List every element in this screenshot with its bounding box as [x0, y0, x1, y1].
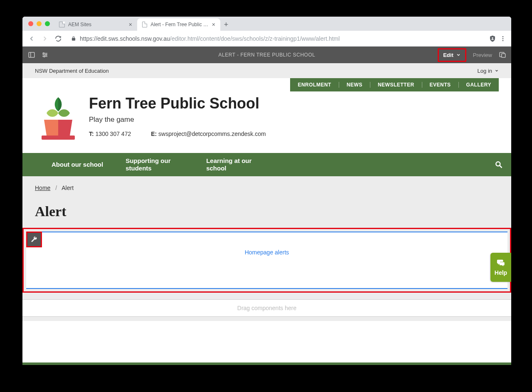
- window-controls: [27, 17, 54, 31]
- svg-marker-16: [58, 120, 72, 136]
- page-title: Alert: [35, 204, 499, 219]
- school-logo: [39, 95, 77, 141]
- department-name: NSW Department of Education: [35, 68, 109, 74]
- chevron-down-icon: [495, 69, 499, 73]
- breadcrumb-home[interactable]: Home: [35, 185, 50, 191]
- utility-nav-item[interactable]: EVENTS: [422, 82, 459, 88]
- aem-page-title: ALERT - FERN TREE PUBLIC SCHOOL: [219, 52, 315, 58]
- url-host: https://edit.sws.schools.nsw.gov.au: [80, 35, 170, 42]
- nav-item[interactable]: About our school: [52, 161, 103, 168]
- svg-rect-4: [29, 52, 34, 57]
- login-label: Log in: [478, 68, 492, 74]
- main-nav: About our school Supporting our students…: [22, 153, 511, 176]
- browser-tab[interactable]: AEM Sites ×: [54, 18, 137, 31]
- annotate-icon[interactable]: [499, 51, 506, 59]
- utility-nav-item[interactable]: GALLERY: [459, 82, 499, 88]
- side-panel-toggle[interactable]: [27, 51, 36, 59]
- back-button[interactable]: [26, 33, 37, 44]
- svg-point-9: [43, 53, 44, 54]
- edit-label: Edit: [443, 52, 453, 58]
- site-header: ENROLMENT NEWS NEWSLETTER EVENTS GALLERY: [22, 78, 511, 153]
- forward-button[interactable]: [39, 33, 51, 44]
- svg-point-17: [496, 162, 500, 166]
- close-tab-button[interactable]: ×: [129, 21, 132, 28]
- url-path: /editor.html/content/doe/sws/schools/z/z…: [170, 35, 340, 42]
- browser-addressbar: https://edit.sws.schools.nsw.gov.au/edit…: [22, 31, 511, 47]
- school-name: Fern Tree Public School: [89, 95, 266, 112]
- content-area: Home / Alert Alert Homepage alerts Drag …: [22, 176, 511, 321]
- nav-item[interactable]: Supporting our students: [126, 157, 184, 172]
- drop-zone[interactable]: Drag components here: [22, 299, 511, 317]
- svg-point-11: [44, 56, 45, 57]
- page-icon: [59, 22, 65, 27]
- school-email: E: swsproject@detcorpcomms.zendesk.com: [151, 131, 266, 137]
- svg-point-0: [492, 37, 493, 38]
- svg-rect-14: [42, 136, 75, 140]
- minimize-window-button[interactable]: [37, 21, 42, 26]
- wrench-icon: [30, 236, 38, 243]
- new-tab-button[interactable]: +: [220, 18, 232, 31]
- page-icon: [142, 22, 147, 27]
- svg-rect-13: [502, 54, 505, 57]
- close-window-button[interactable]: [28, 21, 33, 26]
- chevron-down-icon: [456, 52, 461, 57]
- help-label: Help: [495, 269, 507, 276]
- nav-item[interactable]: Learning at our school: [206, 157, 264, 172]
- help-tab[interactable]: Help: [490, 253, 511, 282]
- preview-button[interactable]: Preview: [473, 52, 492, 58]
- maximize-window-button[interactable]: [45, 21, 50, 26]
- svg-marker-15: [44, 120, 58, 136]
- tab-label: AEM Sites: [68, 22, 91, 27]
- close-tab-button[interactable]: ×: [212, 21, 215, 28]
- svg-point-3: [502, 40, 504, 41]
- browser-window: AEM Sites × Alert - Fern Tree Public Sch…: [22, 17, 511, 365]
- reload-button[interactable]: [52, 33, 64, 44]
- kebab-menu-icon[interactable]: [500, 35, 506, 42]
- chat-icon: [496, 259, 506, 268]
- drop-zone-label: Drag components here: [237, 305, 296, 311]
- search-button[interactable]: [495, 160, 503, 169]
- alert-placeholder-label: Homepage alerts: [245, 249, 289, 256]
- url-field[interactable]: https://edit.sws.schools.nsw.gov.au/edit…: [66, 35, 487, 42]
- breadcrumb-separator: /: [55, 185, 57, 191]
- svg-point-2: [502, 38, 504, 39]
- utility-nav-item[interactable]: NEWSLETTER: [370, 82, 422, 88]
- browser-tabbar: AEM Sites × Alert - Fern Tree Public Sch…: [22, 17, 511, 31]
- alert-component-wrapper[interactable]: Homepage alerts: [22, 228, 511, 293]
- aem-toolbar: ALERT - FERN TREE PUBLIC SCHOOL Edit Pre…: [22, 47, 511, 63]
- utility-nav-item[interactable]: ENROLMENT: [290, 82, 339, 88]
- svg-line-18: [500, 166, 502, 168]
- breadcrumb: Home / Alert: [35, 185, 499, 191]
- department-bar: NSW Department of Education Log in: [22, 63, 511, 78]
- utility-nav: ENROLMENT NEWS NEWSLETTER EVENTS GALLERY: [290, 78, 499, 91]
- footer-stripe: [22, 362, 511, 365]
- school-phone: T: 1300 307 472: [89, 131, 131, 137]
- page-properties-button[interactable]: [41, 51, 49, 59]
- utility-nav-item[interactable]: NEWS: [339, 82, 370, 88]
- profile-icon[interactable]: [489, 35, 496, 42]
- alert-component[interactable]: Homepage alerts: [26, 232, 507, 289]
- edit-mode-button[interactable]: Edit: [438, 48, 466, 62]
- browser-tab-active[interactable]: Alert - Fern Tree Public School ×: [137, 18, 220, 31]
- tab-label: Alert - Fern Tree Public School: [150, 22, 209, 27]
- breadcrumb-current: Alert: [62, 185, 74, 191]
- school-tagline: Play the game: [89, 116, 266, 124]
- lock-icon: [71, 36, 76, 42]
- svg-point-1: [502, 36, 504, 37]
- configure-button[interactable]: [26, 232, 42, 247]
- login-link[interactable]: Log in: [478, 68, 499, 74]
- svg-point-10: [46, 54, 47, 56]
